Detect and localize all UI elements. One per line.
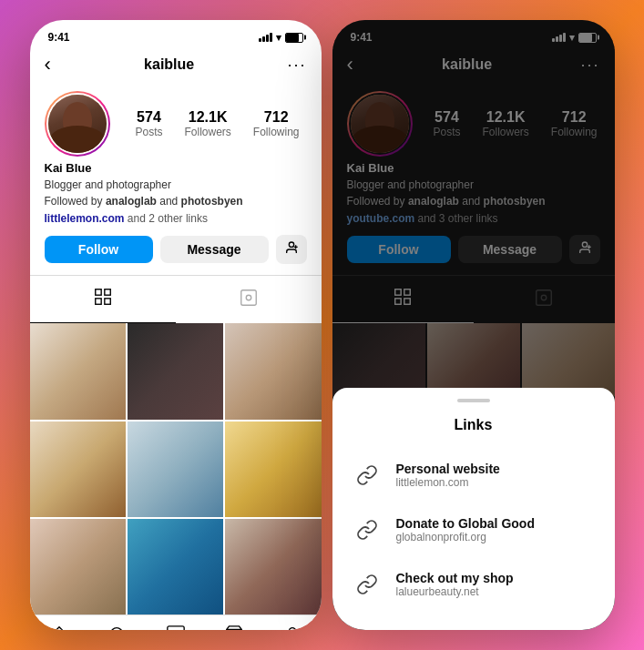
links-modal: Links Personal website littlelemon.com bbox=[332, 388, 615, 630]
profile-top-left: 574 Posts 12.1K Followers 712 Following bbox=[45, 91, 307, 157]
link-url-0: littlelemon.com bbox=[396, 476, 500, 489]
link-icon-2 bbox=[351, 568, 383, 601]
link-item-0[interactable]: Personal website littlelemon.com bbox=[332, 448, 615, 503]
posts-number-left: 574 bbox=[135, 108, 162, 126]
link-item-2[interactable]: Check out my shop lalueurbeauty.net bbox=[332, 557, 615, 612]
more-button-left[interactable]: ··· bbox=[287, 56, 306, 75]
reels-nav-left[interactable] bbox=[166, 625, 186, 630]
wifi-icon-left: ▾ bbox=[276, 32, 281, 44]
action-buttons-left: Follow Message bbox=[45, 235, 307, 264]
message-button-left[interactable]: Message bbox=[160, 236, 269, 263]
profile-tabs-left bbox=[30, 275, 322, 323]
bio-line1-left: Blogger and photographer bbox=[45, 177, 307, 193]
svg-rect-5 bbox=[95, 299, 100, 304]
signal-icon-left bbox=[259, 33, 272, 42]
follow-button-left[interactable]: Follow bbox=[45, 236, 153, 263]
grid-item-9-left[interactable] bbox=[225, 519, 321, 614]
link-title-2: Check out my shop bbox=[396, 571, 514, 585]
link-url-2: lalueurbeauty.net bbox=[396, 585, 514, 598]
posts-label-left: Posts bbox=[135, 126, 162, 140]
battery-icon-left bbox=[285, 33, 303, 43]
tab-grid-left[interactable] bbox=[30, 276, 176, 323]
modal-handle bbox=[457, 399, 490, 402]
link-icon-0 bbox=[351, 459, 383, 492]
link-text-1: Donate to Global Good globalnonprofit.or… bbox=[396, 516, 535, 543]
shop-nav-left[interactable] bbox=[224, 625, 244, 630]
svg-point-0 bbox=[289, 242, 293, 247]
tagged-icon-left bbox=[239, 288, 259, 312]
profile-nav-left[interactable] bbox=[282, 625, 302, 630]
followers-number-left: 12.1K bbox=[184, 108, 230, 126]
bio-other-links-left: and 2 other links bbox=[125, 212, 208, 225]
grid-item-7-left[interactable] bbox=[30, 519, 126, 614]
home-nav-left[interactable] bbox=[49, 625, 69, 630]
grid-icon-left bbox=[93, 287, 113, 311]
grid-item-4-left[interactable] bbox=[30, 421, 126, 517]
grid-item-3-left[interactable] bbox=[225, 323, 321, 419]
stat-following-left: 712 Following bbox=[253, 108, 300, 140]
link-icon-1 bbox=[351, 513, 383, 546]
back-button-left[interactable]: ‹ bbox=[45, 53, 51, 76]
bio-bold1-left: analoglab bbox=[106, 195, 157, 208]
following-label-left: Following bbox=[253, 126, 300, 140]
link-title-0: Personal website bbox=[396, 462, 500, 476]
link-text-2: Check out my shop lalueurbeauty.net bbox=[396, 571, 514, 598]
link-item-1[interactable]: Donate to Global Good globalnonprofit.or… bbox=[332, 503, 615, 557]
svg-rect-3 bbox=[95, 289, 100, 295]
profile-name-left: Kai Blue bbox=[45, 160, 307, 177]
stat-followers-left: 12.1K Followers bbox=[184, 108, 230, 140]
status-icons-left: ▾ bbox=[259, 32, 303, 44]
svg-rect-4 bbox=[104, 289, 109, 295]
followers-label-left: Followers bbox=[184, 126, 230, 140]
nav-bar-left: ‹ kaiblue ··· bbox=[30, 49, 322, 84]
profile-section-left: 574 Posts 12.1K Followers 712 Following … bbox=[30, 84, 322, 275]
grid-item-1-left[interactable] bbox=[30, 323, 126, 419]
modal-title: Links bbox=[332, 417, 615, 433]
svg-rect-11 bbox=[167, 626, 183, 630]
stat-posts-left: 574 Posts bbox=[135, 108, 162, 140]
add-person-icon-left bbox=[284, 240, 299, 259]
tab-tagged-left[interactable] bbox=[176, 276, 322, 323]
status-bar-left: 9:41 ▾ bbox=[30, 20, 322, 49]
following-number-left: 712 bbox=[253, 108, 300, 126]
left-phone: 9:41 ▾ ‹ kaiblue ··· bbox=[30, 20, 322, 630]
bio-section-left: Kai Blue Blogger and photographer Follow… bbox=[45, 157, 307, 235]
search-nav-left[interactable] bbox=[107, 625, 128, 630]
grid-item-5-left[interactable] bbox=[128, 421, 223, 517]
bottom-nav-left bbox=[30, 614, 322, 630]
bio-link-line-left: littlelemon.com and 2 other links bbox=[45, 209, 307, 226]
link-text-0: Personal website littlelemon.com bbox=[396, 462, 500, 489]
grid-item-2-left[interactable] bbox=[128, 323, 223, 419]
svg-rect-7 bbox=[240, 289, 256, 305]
stats-row-left: 574 Posts 12.1K Followers 712 Following bbox=[128, 108, 307, 140]
photo-grid-left bbox=[30, 323, 322, 614]
grid-item-8-left[interactable] bbox=[128, 519, 223, 614]
username-left: kaiblue bbox=[144, 56, 194, 73]
bio-line2-left: Followed by analoglab and photosbyen bbox=[45, 193, 307, 209]
time-left: 9:41 bbox=[48, 31, 70, 44]
bio-link-left[interactable]: littlelemon.com bbox=[45, 212, 125, 225]
right-phone: 9:41 ▾ ‹ kaiblue ··· bbox=[332, 20, 615, 630]
avatar-left bbox=[45, 91, 110, 157]
svg-point-14 bbox=[289, 628, 295, 630]
svg-point-8 bbox=[246, 295, 251, 300]
bio-bold2-left: photosbyen bbox=[181, 195, 243, 208]
link-title-1: Donate to Global Good bbox=[396, 516, 535, 531]
add-person-button-left[interactable] bbox=[276, 235, 307, 264]
grid-item-6-left[interactable] bbox=[225, 421, 321, 517]
svg-point-9 bbox=[110, 628, 122, 630]
svg-rect-6 bbox=[104, 299, 109, 304]
link-url-1: globalnonprofit.org bbox=[396, 531, 535, 543]
